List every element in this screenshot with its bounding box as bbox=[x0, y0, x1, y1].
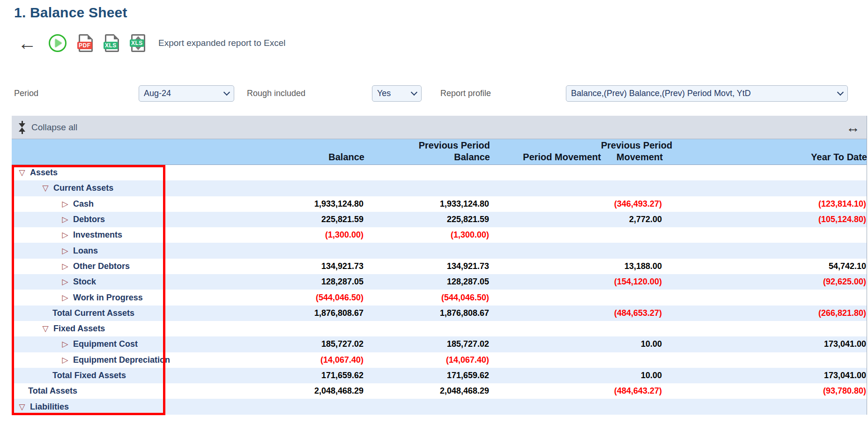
period-value: Aug-24 bbox=[144, 89, 219, 98]
export-excel-icon[interactable]: XLS bbox=[105, 34, 119, 52]
column-header: Previous PeriodBalance bbox=[364, 140, 490, 164]
value-cell: 2,048,468.29 bbox=[206, 386, 364, 396]
value-cell: (1,300.00) bbox=[206, 230, 364, 240]
table-row[interactable]: ▷Other Debtors134,921.73134,921.7313,188… bbox=[12, 259, 867, 274]
column-header: Period Movement bbox=[490, 151, 601, 164]
value-cell: 1,876,808.67 bbox=[364, 308, 490, 318]
value-cell: 2,772.00 bbox=[601, 215, 663, 224]
horizontal-resize-icon[interactable]: ↔ bbox=[846, 120, 860, 134]
row-label: Investments bbox=[73, 230, 122, 240]
expanded-toggle-icon[interactable]: ▽ bbox=[18, 402, 26, 412]
value-cell: (484,643.27) bbox=[601, 386, 663, 396]
row-name-cell: ▷Equipment Depreciation bbox=[12, 355, 206, 365]
row-label: Equipment Depreciation bbox=[73, 355, 170, 365]
expanded-toggle-icon[interactable]: ▽ bbox=[41, 183, 50, 193]
run-report-icon[interactable] bbox=[49, 34, 67, 52]
report-profile-select[interactable]: Balance,(Prev) Balance,(Prev) Period Mov… bbox=[566, 85, 848, 102]
grid-toolbar: Collapse all ↔ bbox=[12, 116, 867, 139]
column-header: Previous PeriodMovement bbox=[601, 140, 663, 164]
value-cell: 128,287.05 bbox=[364, 277, 490, 287]
table-row[interactable]: ▷Loans bbox=[12, 243, 867, 258]
xls-badge: XLS bbox=[130, 39, 144, 47]
xls-badge: XLS bbox=[104, 42, 118, 49]
table-row[interactable]: ▷Cash1,933,124.801,933,124.80(346,493.27… bbox=[12, 196, 867, 212]
row-label: Assets bbox=[30, 168, 58, 178]
report-toolbar: ← PDF XLS XLS Export expanded report to … bbox=[18, 31, 285, 55]
table-row[interactable]: Total Assets2,048,468.292,048,468.29(484… bbox=[12, 383, 867, 399]
pdf-badge: PDF bbox=[77, 42, 92, 49]
play-icon bbox=[55, 39, 62, 47]
collapsed-toggle-icon[interactable]: ▷ bbox=[61, 199, 69, 209]
row-label: Liabilities bbox=[30, 402, 69, 412]
table-row[interactable]: Total Fixed Assets171,659.62171,659.6210… bbox=[12, 368, 867, 383]
collapsed-toggle-icon[interactable]: ▷ bbox=[61, 355, 69, 365]
rough-included-select[interactable]: Yes bbox=[372, 85, 422, 102]
value-cell: (123,814.10) bbox=[663, 199, 867, 209]
down-triangle-icon bbox=[135, 47, 141, 50]
collapsed-toggle-icon[interactable]: ▷ bbox=[61, 277, 69, 287]
table-row[interactable]: ▷Work in Progress(544,046.50)(544,046.50… bbox=[12, 290, 867, 305]
collapsed-toggle-icon[interactable]: ▷ bbox=[61, 293, 69, 303]
collapse-all-button[interactable]: Collapse all bbox=[18, 121, 77, 134]
row-name-cell: ▽Fixed Assets bbox=[12, 324, 206, 334]
row-name-cell: ▽Liabilities bbox=[12, 402, 206, 412]
row-label: Loans bbox=[73, 246, 98, 256]
value-cell: 10.00 bbox=[601, 339, 663, 349]
value-cell: 128,287.05 bbox=[206, 277, 364, 287]
export-expanded-excel-icon[interactable]: XLS bbox=[131, 34, 145, 52]
period-select[interactable]: Aug-24 bbox=[139, 85, 234, 102]
table-row[interactable]: ▷Equipment Depreciation(14,067.40)(14,06… bbox=[12, 352, 867, 368]
row-name-cell: ▽Assets bbox=[12, 168, 206, 178]
export-expanded-label: Export expanded report to Excel bbox=[158, 38, 285, 48]
chevron-down-icon bbox=[223, 89, 230, 96]
row-name-cell: Total Assets bbox=[12, 386, 206, 396]
row-label: Total Current Assets bbox=[52, 308, 134, 318]
export-pdf-icon[interactable]: PDF bbox=[79, 34, 93, 52]
row-name-cell: ▷Equipment Cost bbox=[12, 339, 206, 349]
value-cell: 134,921.73 bbox=[206, 261, 364, 271]
value-cell: (105,124.80) bbox=[663, 215, 867, 224]
value-cell: (92,625.00) bbox=[663, 277, 867, 287]
expanded-toggle-icon[interactable]: ▽ bbox=[18, 168, 26, 178]
value-cell: (484,653.27) bbox=[601, 308, 663, 318]
value-cell: 1,933,124.80 bbox=[364, 199, 490, 209]
value-cell: 1,876,808.67 bbox=[206, 308, 364, 318]
filter-bar: Period Aug-24 Rough included Yes Report … bbox=[0, 85, 868, 102]
value-cell: (14,067.40) bbox=[206, 355, 364, 365]
value-cell: (266,821.80) bbox=[663, 308, 867, 318]
row-label: Equipment Cost bbox=[73, 339, 138, 349]
column-header: Year To Date bbox=[663, 151, 867, 164]
collapsed-toggle-icon[interactable]: ▷ bbox=[61, 230, 69, 240]
table-row[interactable]: ▽Assets bbox=[12, 165, 867, 180]
collapsed-toggle-icon[interactable]: ▷ bbox=[61, 246, 69, 256]
table-row[interactable]: ▽Current Assets bbox=[12, 180, 867, 196]
row-label: Cash bbox=[73, 199, 94, 209]
value-cell: 185,727.02 bbox=[364, 339, 490, 349]
expanded-toggle-icon[interactable]: ▽ bbox=[41, 324, 50, 334]
row-label: Total Assets bbox=[28, 386, 77, 396]
row-name-cell: ▷Work in Progress bbox=[12, 293, 206, 303]
collapsed-toggle-icon[interactable]: ▷ bbox=[61, 215, 69, 224]
up-triangle-icon bbox=[135, 36, 141, 39]
value-cell: (93,780.80) bbox=[663, 386, 867, 396]
page-title: 1. Balance Sheet bbox=[14, 5, 127, 21]
table-row[interactable]: Total Current Assets1,876,808.671,876,80… bbox=[12, 306, 867, 321]
table-row[interactable]: ▷Investments(1,300.00)(1,300.00) bbox=[12, 227, 867, 243]
row-name-cell: Total Fixed Assets bbox=[12, 371, 206, 380]
collapsed-toggle-icon[interactable]: ▷ bbox=[61, 261, 69, 271]
row-label: Work in Progress bbox=[73, 293, 143, 303]
table-row[interactable]: ▷Equipment Cost185,727.02185,727.0210.00… bbox=[12, 336, 867, 352]
row-name-cell: ▷Cash bbox=[12, 199, 206, 209]
balance-sheet-grid: Collapse all ↔ BalancePrevious PeriodBal… bbox=[12, 116, 867, 415]
back-arrow-icon[interactable]: ← bbox=[18, 34, 37, 52]
row-name-cell: ▷Stock bbox=[12, 277, 206, 287]
row-name-cell: ▷Debtors bbox=[12, 215, 206, 224]
row-label: Stock bbox=[73, 277, 96, 287]
collapsed-toggle-icon[interactable]: ▷ bbox=[61, 339, 69, 349]
table-row[interactable]: ▽Fixed Assets bbox=[12, 321, 867, 336]
value-cell: 171,659.62 bbox=[364, 371, 490, 380]
table-row[interactable]: ▽Liabilities bbox=[12, 399, 867, 414]
table-row[interactable]: ▷Stock128,287.05128,287.05(154,120.00)(9… bbox=[12, 274, 867, 290]
period-label: Period bbox=[14, 89, 38, 98]
table-row[interactable]: ▷Debtors225,821.59225,821.592,772.00(105… bbox=[12, 212, 867, 227]
